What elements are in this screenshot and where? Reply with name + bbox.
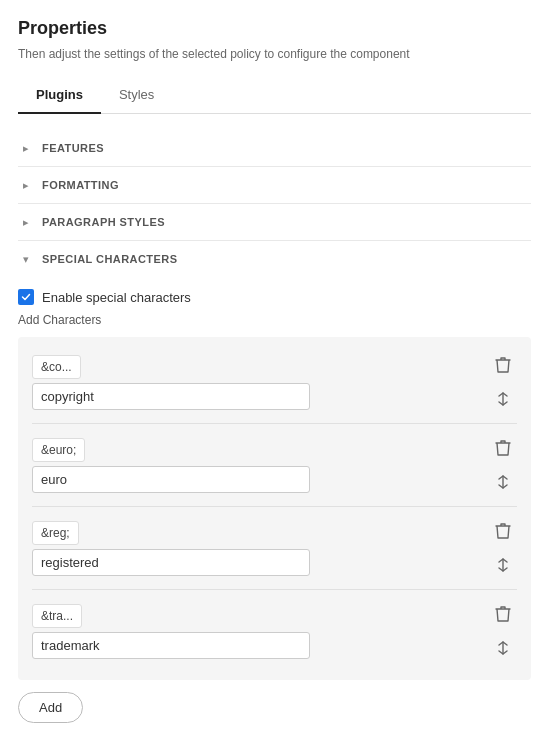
char-tag-1: &co... bbox=[32, 355, 81, 379]
char-entry-4: &tra... bbox=[32, 600, 517, 662]
reorder-char-2-button[interactable] bbox=[489, 468, 517, 496]
page-title: Properties bbox=[18, 18, 531, 39]
section-paragraph-styles[interactable]: ▸ PARAGRAPH STYLES bbox=[18, 204, 531, 241]
char-tag-2: &euro; bbox=[32, 438, 85, 462]
chevron-right-icon: ▸ bbox=[18, 177, 34, 193]
delete-char-2-button[interactable] bbox=[489, 434, 517, 462]
section-formatting[interactable]: ▸ FORMATTING bbox=[18, 167, 531, 204]
char-actions-1 bbox=[489, 351, 517, 413]
enable-special-characters-label: Enable special characters bbox=[42, 290, 191, 305]
reorder-char-1-button[interactable] bbox=[489, 385, 517, 413]
char-input-2[interactable] bbox=[32, 466, 310, 493]
enable-special-characters-checkbox[interactable] bbox=[18, 289, 34, 305]
tabs-bar: Plugins Styles bbox=[18, 79, 531, 114]
char-input-3[interactable] bbox=[32, 549, 310, 576]
delete-char-1-button[interactable] bbox=[489, 351, 517, 379]
add-characters-label: Add Characters bbox=[18, 313, 531, 327]
section-special-characters-label: SPECIAL CHARACTERS bbox=[42, 253, 177, 265]
char-tag-3: &reg; bbox=[32, 521, 79, 545]
add-character-button[interactable]: Add bbox=[18, 692, 83, 723]
char-tag-4: &tra... bbox=[32, 604, 82, 628]
section-special-characters[interactable]: ▾ SPECIAL CHARACTERS bbox=[18, 241, 531, 277]
char-input-1[interactable] bbox=[32, 383, 310, 410]
delete-char-4-button[interactable] bbox=[489, 600, 517, 628]
delete-char-3-button[interactable] bbox=[489, 517, 517, 545]
chevron-down-icon: ▾ bbox=[18, 251, 34, 267]
tab-plugins[interactable]: Plugins bbox=[18, 79, 101, 114]
chevron-right-icon: ▸ bbox=[18, 214, 34, 230]
characters-box: &co... bbox=[18, 337, 531, 680]
special-characters-content: Enable special characters Add Characters… bbox=[18, 277, 531, 723]
char-fields-3: &reg; bbox=[32, 521, 481, 576]
char-entry-2: &euro; bbox=[32, 434, 517, 496]
section-features-label: FEATURES bbox=[42, 142, 104, 154]
char-fields-4: &tra... bbox=[32, 604, 481, 659]
char-fields-2: &euro; bbox=[32, 438, 481, 493]
chevron-right-icon: ▸ bbox=[18, 140, 34, 156]
section-paragraph-styles-label: PARAGRAPH STYLES bbox=[42, 216, 165, 228]
char-actions-4 bbox=[489, 600, 517, 662]
page-subtitle: Then adjust the settings of the selected… bbox=[18, 47, 531, 61]
char-entry-3: &reg; bbox=[32, 517, 517, 579]
char-actions-3 bbox=[489, 517, 517, 579]
section-features[interactable]: ▸ FEATURES bbox=[18, 130, 531, 167]
reorder-char-3-button[interactable] bbox=[489, 551, 517, 579]
tab-styles[interactable]: Styles bbox=[101, 79, 172, 114]
char-actions-2 bbox=[489, 434, 517, 496]
enable-special-characters-row: Enable special characters bbox=[18, 277, 531, 313]
section-formatting-label: FORMATTING bbox=[42, 179, 119, 191]
char-input-4[interactable] bbox=[32, 632, 310, 659]
char-fields-1: &co... bbox=[32, 355, 481, 410]
reorder-char-4-button[interactable] bbox=[489, 634, 517, 662]
char-entry-1: &co... bbox=[32, 351, 517, 413]
